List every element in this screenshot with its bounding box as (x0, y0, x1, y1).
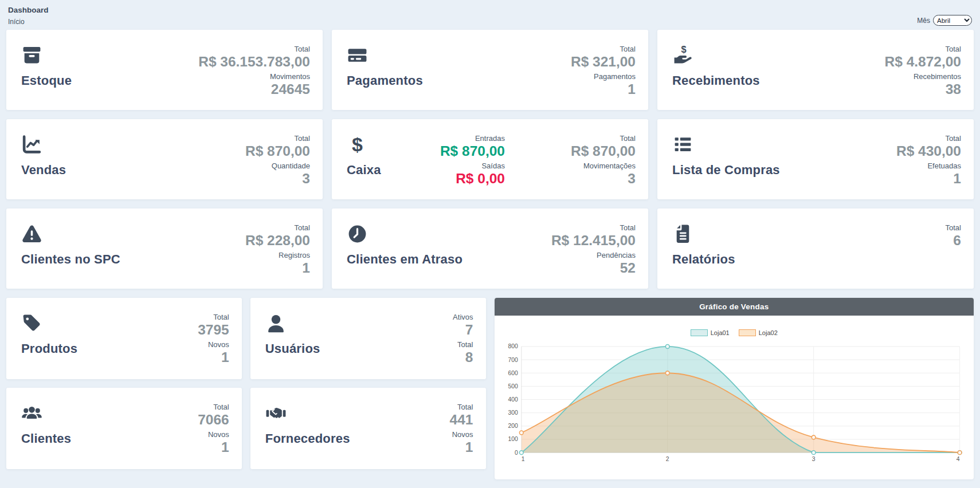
legend-label: Loja02 (759, 329, 778, 336)
stat-label: Total (620, 223, 636, 233)
card-title: Caixa (347, 163, 381, 178)
svg-text:2: 2 (665, 456, 669, 462)
month-filter: Mês Abril (917, 15, 972, 26)
month-select[interactable]: Abril (933, 15, 972, 26)
card-title: Usuários (265, 341, 320, 356)
card-caixa[interactable]: $CaixaEntradasR$ 870,00SaídasR$ 0,00Tota… (332, 119, 648, 199)
card-info: Vendas (21, 134, 66, 191)
stat-label: Efetuadas (927, 162, 961, 171)
tag-icon (21, 313, 42, 334)
card-pagamentos[interactable]: PagamentosTotalR$ 321,00Pagamentos1 (332, 30, 648, 110)
card-recebimentos[interactable]: $RecebimentosTotalR$ 4.872,00Recebimento… (657, 30, 974, 110)
card-estoque[interactable]: EstoqueTotalR$ 36.153.783,00Movimentos24… (6, 30, 323, 110)
legend-item-loja01[interactable]: Loja01 (691, 329, 730, 336)
svg-text:4: 4 (956, 456, 959, 462)
hand-holding-dollar-icon: $ (672, 45, 693, 66)
stat-value: 1 (221, 439, 229, 456)
users-icon (21, 403, 42, 424)
card-stats: TotalR$ 12.415,00Pendências52 (551, 223, 636, 281)
stat-column: Total3795Novos1 (198, 313, 229, 371)
handshake-icon (265, 403, 287, 424)
stat-column: TotalR$ 228,00Registros1 (245, 223, 310, 281)
legend-label: Loja01 (711, 329, 730, 336)
card-stats: Ativos7Total8 (453, 313, 473, 371)
stat-value: R$ 0,00 (456, 171, 505, 187)
card-info: Clientes no SPC (21, 223, 120, 281)
stat-label: Ativos (453, 313, 473, 322)
card-clientes[interactable]: ClientesTotal7066Novos1 (6, 388, 242, 469)
svg-text:$: $ (352, 134, 363, 155)
summary-cards-grid: EstoqueTotalR$ 36.153.783,00Movimentos24… (6, 30, 974, 289)
card-title: Produtos (21, 341, 77, 356)
svg-text:$: $ (681, 45, 686, 54)
stat-label: Total (457, 403, 473, 412)
breadcrumb: Início (8, 18, 49, 26)
stat-label: Total (620, 45, 636, 54)
stat-label: Registros (279, 251, 310, 260)
stat-label: Pendências (597, 251, 636, 260)
stat-label: Novos (208, 430, 229, 439)
stat-value: R$ 4.872,00 (885, 54, 962, 70)
stat-label: Novos (208, 340, 229, 349)
legend-swatch (739, 329, 756, 336)
stat-value: 1 (221, 349, 229, 366)
card-stats: TotalR$ 228,00Registros1 (245, 223, 310, 281)
svg-text:100: 100 (508, 436, 518, 442)
header: Dashboard Início (8, 6, 49, 26)
card-lista-de-compras[interactable]: Lista de ComprasTotalR$ 430,00Efetuadas1 (657, 119, 974, 199)
chart-canvas: 01002003004005006007008001234 (500, 341, 969, 464)
sales-chart-card: Gráfico de Vendas Loja01Loja02 010020030… (495, 298, 974, 479)
legend-item-loja02[interactable]: Loja02 (739, 329, 778, 336)
stat-value: 24645 (271, 81, 310, 98)
svg-text:700: 700 (508, 357, 518, 363)
card-title: Clientes em Atraso (347, 252, 462, 267)
svg-text:600: 600 (508, 370, 518, 376)
list-icon (672, 134, 693, 155)
stat-value: 8 (465, 349, 473, 366)
stat-label: Pagamentos (594, 72, 636, 81)
card-info: Lista de Compras (672, 134, 780, 191)
stat-value: R$ 12.415,00 (551, 233, 636, 249)
stat-column: Ativos7Total8 (453, 313, 473, 371)
stat-column: Total6 (946, 223, 961, 281)
stat-label: Quantidade (272, 162, 310, 171)
card-usuarios[interactable]: UsuáriosAtivos7Total8 (250, 298, 486, 379)
card-info: Estoque (21, 45, 72, 102)
card-vendas[interactable]: VendasTotalR$ 870,00Quantidade3 (6, 119, 323, 199)
stat-label: Entradas (475, 134, 505, 143)
stat-column: EntradasR$ 870,00SaídasR$ 0,00 (440, 134, 505, 191)
card-produtos[interactable]: ProdutosTotal3795Novos1 (6, 298, 242, 379)
credit-card-icon (347, 45, 368, 66)
stat-value: 7 (465, 322, 473, 339)
card-title: Estoque (21, 73, 72, 88)
stat-label: Novos (452, 430, 473, 439)
stat-label: Total (946, 45, 961, 54)
card-clientes-em-atraso[interactable]: Clientes em AtrasoTotalR$ 12.415,00Pendê… (332, 208, 648, 289)
card-title: Pagamentos (347, 73, 423, 88)
chart-line-icon (21, 134, 42, 155)
page-title: Dashboard (8, 6, 49, 14)
stat-label: Total (213, 403, 229, 412)
stat-value: R$ 228,00 (245, 233, 310, 249)
card-fornecedores[interactable]: FornecedoresTotal441Novos1 (250, 388, 486, 469)
stat-value: R$ 321,00 (571, 54, 636, 70)
user-icon (265, 313, 287, 334)
card-relatorios[interactable]: RelatóriosTotal6 (657, 208, 974, 289)
card-stats: TotalR$ 36.153.783,00Movimentos24645 (198, 45, 310, 102)
stat-value: R$ 36.153.783,00 (198, 54, 310, 70)
svg-text:0: 0 (515, 450, 518, 456)
card-stats: Total7066Novos1 (198, 403, 229, 461)
stat-column: Total7066Novos1 (198, 403, 229, 461)
stat-value: 1 (465, 439, 473, 456)
card-title: Lista de Compras (672, 163, 780, 178)
stat-label: Movimentos (270, 72, 310, 81)
stat-value: R$ 870,00 (571, 143, 636, 160)
stat-label: Total (946, 223, 961, 233)
stat-label: Total (620, 134, 636, 143)
card-clientes-no-spc[interactable]: Clientes no SPCTotalR$ 228,00Registros1 (6, 208, 323, 289)
stat-value: 38 (946, 81, 961, 98)
stat-column: TotalR$ 870,00Quantidade3 (245, 134, 310, 191)
stat-value: 6 (953, 233, 961, 249)
warning-triangle-icon (21, 223, 42, 245)
card-title: Fornecedores (265, 431, 350, 446)
